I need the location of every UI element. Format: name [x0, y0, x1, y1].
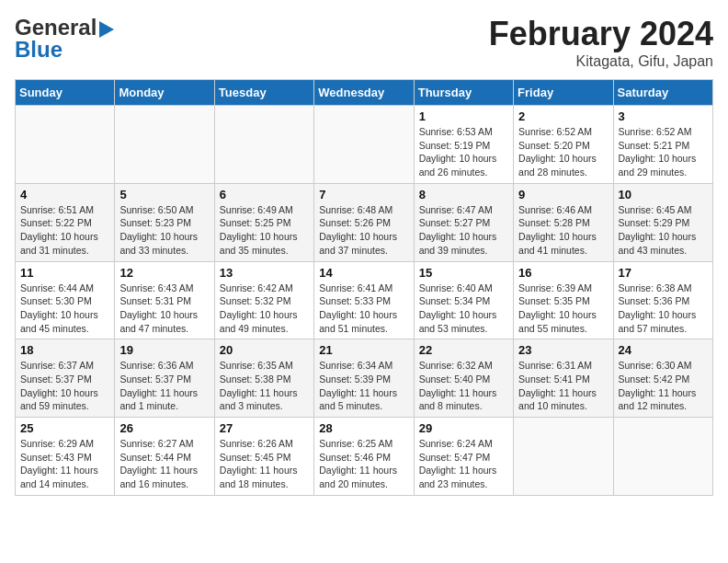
days-of-week-row: SundayMondayTuesdayWednesdayThursdayFrid…	[16, 80, 713, 106]
calendar-table: SundayMondayTuesdayWednesdayThursdayFrid…	[15, 79, 713, 496]
day-info: Sunrise: 6:25 AM Sunset: 5:46 PM Dayligh…	[319, 437, 408, 491]
calendar-day-cell: 24Sunrise: 6:30 AM Sunset: 5:42 PM Dayli…	[613, 339, 712, 418]
calendar-day-cell	[16, 106, 115, 184]
calendar-day-cell: 17Sunrise: 6:38 AM Sunset: 5:36 PM Dayli…	[613, 261, 712, 339]
day-info: Sunrise: 6:39 AM Sunset: 5:35 PM Dayligh…	[518, 282, 608, 336]
day-number: 25	[20, 421, 109, 435]
calendar-day-cell: 26Sunrise: 6:27 AM Sunset: 5:44 PM Dayli…	[115, 418, 214, 496]
day-number: 20	[220, 343, 309, 357]
day-info: Sunrise: 6:42 AM Sunset: 5:32 PM Dayligh…	[220, 282, 309, 336]
day-info: Sunrise: 6:32 AM Sunset: 5:40 PM Dayligh…	[419, 359, 508, 413]
day-number: 19	[119, 343, 209, 357]
day-number: 14	[319, 266, 408, 280]
calendar-day-cell: 9Sunrise: 6:46 AM Sunset: 5:28 PM Daylig…	[514, 183, 613, 261]
calendar-day-cell: 19Sunrise: 6:36 AM Sunset: 5:37 PM Dayli…	[115, 339, 214, 418]
calendar-day-cell: 2Sunrise: 6:52 AM Sunset: 5:20 PM Daylig…	[514, 106, 613, 184]
day-info: Sunrise: 6:49 AM Sunset: 5:25 PM Dayligh…	[220, 203, 309, 258]
logo: General Blue	[15, 15, 114, 63]
calendar-title: February 2024	[489, 15, 713, 53]
calendar-day-cell: 20Sunrise: 6:35 AM Sunset: 5:38 PM Dayli…	[214, 339, 313, 418]
day-info: Sunrise: 6:31 AM Sunset: 5:41 PM Dayligh…	[518, 359, 608, 413]
day-number: 22	[419, 343, 508, 357]
calendar-day-cell: 7Sunrise: 6:48 AM Sunset: 5:26 PM Daylig…	[314, 183, 414, 261]
day-number: 23	[518, 343, 608, 357]
day-number: 18	[20, 343, 109, 357]
calendar-header: SundayMondayTuesdayWednesdayThursdayFrid…	[16, 80, 713, 106]
calendar-day-cell: 6Sunrise: 6:49 AM Sunset: 5:25 PM Daylig…	[214, 183, 313, 261]
day-info: Sunrise: 6:47 AM Sunset: 5:27 PM Dayligh…	[419, 203, 508, 258]
calendar-day-cell: 16Sunrise: 6:39 AM Sunset: 5:35 PM Dayli…	[514, 261, 613, 339]
calendar-day-cell: 14Sunrise: 6:41 AM Sunset: 5:33 PM Dayli…	[314, 261, 414, 339]
day-number: 24	[619, 343, 708, 357]
day-number: 12	[119, 266, 209, 280]
calendar-subtitle: Kitagata, Gifu, Japan	[489, 53, 713, 70]
day-number: 26	[119, 421, 209, 435]
day-number: 28	[319, 421, 408, 435]
day-info: Sunrise: 6:30 AM Sunset: 5:42 PM Dayligh…	[619, 359, 708, 413]
day-info: Sunrise: 6:29 AM Sunset: 5:43 PM Dayligh…	[20, 437, 109, 491]
day-number: 21	[319, 343, 408, 357]
day-info: Sunrise: 6:51 AM Sunset: 5:22 PM Dayligh…	[20, 203, 109, 258]
calendar-day-cell: 5Sunrise: 6:50 AM Sunset: 5:23 PM Daylig…	[115, 183, 214, 261]
day-info: Sunrise: 6:46 AM Sunset: 5:28 PM Dayligh…	[518, 203, 608, 258]
day-header-wednesday: Wednesday	[314, 80, 414, 106]
day-number: 11	[20, 266, 109, 280]
day-number: 27	[220, 421, 309, 435]
day-info: Sunrise: 6:37 AM Sunset: 5:37 PM Dayligh…	[20, 359, 109, 413]
day-info: Sunrise: 6:35 AM Sunset: 5:38 PM Dayligh…	[220, 359, 309, 413]
calendar-day-cell: 28Sunrise: 6:25 AM Sunset: 5:46 PM Dayli…	[314, 418, 414, 496]
day-number: 6	[220, 188, 309, 201]
day-number: 15	[419, 266, 508, 280]
day-number: 5	[119, 188, 209, 201]
day-number: 9	[518, 188, 608, 201]
calendar-week-row: 4Sunrise: 6:51 AM Sunset: 5:22 PM Daylig…	[16, 183, 713, 261]
day-header-friday: Friday	[514, 80, 613, 106]
calendar-day-cell: 12Sunrise: 6:43 AM Sunset: 5:31 PM Dayli…	[115, 261, 214, 339]
page-header: General Blue February 2024 Kitagata, Gif…	[15, 15, 713, 70]
calendar-day-cell: 18Sunrise: 6:37 AM Sunset: 5:37 PM Dayli…	[16, 339, 115, 418]
calendar-day-cell	[214, 106, 313, 184]
calendar-day-cell: 25Sunrise: 6:29 AM Sunset: 5:43 PM Dayli…	[16, 418, 115, 496]
day-number: 10	[619, 188, 708, 201]
day-number: 13	[220, 266, 309, 280]
day-info: Sunrise: 6:41 AM Sunset: 5:33 PM Dayligh…	[319, 282, 408, 336]
day-info: Sunrise: 6:43 AM Sunset: 5:31 PM Dayligh…	[119, 282, 209, 336]
calendar-day-cell: 8Sunrise: 6:47 AM Sunset: 5:27 PM Daylig…	[414, 183, 513, 261]
calendar-day-cell: 1Sunrise: 6:53 AM Sunset: 5:19 PM Daylig…	[414, 106, 513, 184]
calendar-day-cell	[613, 418, 712, 496]
day-header-monday: Monday	[115, 80, 214, 106]
day-info: Sunrise: 6:52 AM Sunset: 5:21 PM Dayligh…	[619, 125, 708, 179]
day-info: Sunrise: 6:40 AM Sunset: 5:34 PM Dayligh…	[419, 282, 508, 336]
calendar-week-row: 18Sunrise: 6:37 AM Sunset: 5:37 PM Dayli…	[16, 339, 713, 418]
day-number: 16	[518, 266, 608, 280]
day-number: 2	[518, 109, 608, 123]
calendar-day-cell	[314, 106, 414, 184]
calendar-day-cell	[514, 418, 613, 496]
day-number: 3	[619, 109, 708, 123]
calendar-day-cell: 4Sunrise: 6:51 AM Sunset: 5:22 PM Daylig…	[16, 183, 115, 261]
day-number: 17	[619, 266, 708, 280]
calendar-day-cell: 13Sunrise: 6:42 AM Sunset: 5:32 PM Dayli…	[214, 261, 313, 339]
day-header-thursday: Thursday	[414, 80, 513, 106]
calendar-day-cell	[115, 106, 214, 184]
calendar-day-cell: 27Sunrise: 6:26 AM Sunset: 5:45 PM Dayli…	[214, 418, 313, 496]
calendar-week-row: 11Sunrise: 6:44 AM Sunset: 5:30 PM Dayli…	[16, 261, 713, 339]
calendar-day-cell: 10Sunrise: 6:45 AM Sunset: 5:29 PM Dayli…	[613, 183, 712, 261]
day-info: Sunrise: 6:26 AM Sunset: 5:45 PM Dayligh…	[220, 437, 309, 491]
day-number: 8	[419, 188, 508, 201]
day-header-saturday: Saturday	[613, 80, 712, 106]
day-header-sunday: Sunday	[16, 80, 115, 106]
day-info: Sunrise: 6:45 AM Sunset: 5:29 PM Dayligh…	[619, 203, 708, 258]
day-info: Sunrise: 6:27 AM Sunset: 5:44 PM Dayligh…	[119, 437, 209, 491]
calendar-title-block: February 2024 Kitagata, Gifu, Japan	[489, 15, 713, 70]
day-info: Sunrise: 6:38 AM Sunset: 5:36 PM Dayligh…	[619, 282, 708, 336]
day-info: Sunrise: 6:36 AM Sunset: 5:37 PM Dayligh…	[119, 359, 209, 413]
day-info: Sunrise: 6:50 AM Sunset: 5:23 PM Dayligh…	[119, 203, 209, 258]
logo-arrow-icon	[99, 21, 114, 38]
calendar-day-cell: 3Sunrise: 6:52 AM Sunset: 5:21 PM Daylig…	[613, 106, 712, 184]
day-info: Sunrise: 6:44 AM Sunset: 5:30 PM Dayligh…	[20, 282, 109, 336]
day-number: 29	[419, 421, 508, 435]
calendar-day-cell: 29Sunrise: 6:24 AM Sunset: 5:47 PM Dayli…	[414, 418, 513, 496]
calendar-day-cell: 15Sunrise: 6:40 AM Sunset: 5:34 PM Dayli…	[414, 261, 513, 339]
logo-blue-text: Blue	[15, 37, 63, 63]
